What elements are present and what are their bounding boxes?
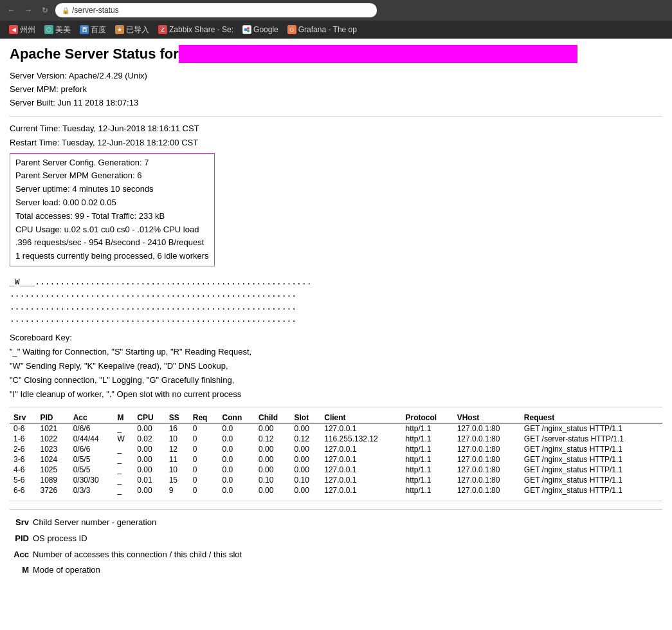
table-cell: 3726: [36, 485, 69, 496]
table-cell: 12: [165, 444, 189, 454]
back-button[interactable]: ←: [5, 4, 18, 17]
reload-button[interactable]: ↻: [39, 4, 51, 17]
table-cell: 0.0: [219, 434, 255, 444]
scoreboard-key-line-3: "I" Idle cleanup of worker, "." Open slo…: [10, 387, 662, 402]
bookmark-label-6: Grafana - The op: [298, 25, 357, 34]
table-cell: GET /nginx_status HTTP/1.1: [520, 454, 662, 465]
table-cell: 127.0.0.1:80: [453, 465, 520, 475]
table-cell: http/1.1: [401, 423, 453, 434]
requests-per-sec: .396 requests/sec - 954 B/second - 2410 …: [15, 236, 209, 250]
table-cell: _: [113, 485, 133, 496]
bookmarks-bar: ◀ 州州 ⬡ 美美 百 百度 ★ 已导入 Z Zabbix Share - Se…: [0, 21, 672, 39]
table-cell: 0.00: [291, 465, 321, 475]
legend-row-m: M Mode of operation: [10, 562, 662, 579]
table-cell: 0.00: [133, 423, 165, 434]
bookmark-0[interactable]: ◀ 州州: [5, 23, 39, 37]
table-cell: GET /nginx_status HTTP/1.1: [520, 465, 662, 475]
table-cell: 0.00: [133, 444, 165, 454]
bookmark-icon-1: ⬡: [44, 25, 53, 34]
table-cell: 0.00: [133, 465, 165, 475]
table-cell: 0.00: [133, 485, 165, 496]
table-cell: 0/5/5: [69, 454, 114, 465]
table-cell: 127.0.0.1:80: [453, 454, 520, 465]
table-cell: 11: [165, 454, 189, 465]
bookmark-icon-3: ★: [115, 25, 124, 34]
bookmark-4[interactable]: Z Zabbix Share - Se:: [154, 24, 237, 35]
table-cell: 15: [165, 475, 189, 485]
legend-row-acc: Acc Number of accesses this connection /…: [10, 547, 662, 563]
browser-chrome: ← → ↻ 🔒 /server-status ◀ 州州 ⬡ 美美 百 百度 ★ …: [0, 0, 672, 39]
table-cell: 1023: [36, 444, 69, 454]
bookmark-label-1: 美美: [55, 24, 71, 35]
parent-mpm-gen: Parent Server MPM Generation: 6: [15, 169, 209, 183]
table-cell: 127.0.0.1: [320, 475, 401, 485]
server-load: Server load: 0.00 0.02 0.05: [15, 196, 209, 210]
table-cell: 0/30/30: [69, 475, 114, 485]
server-uptime: Server uptime: 4 minutes 10 seconds: [15, 183, 209, 196]
table-cell: 0/44/44: [69, 434, 114, 444]
table-cell: 16: [165, 423, 189, 434]
worker-table: Srv PID Acc M CPU SS Req Conn Child Slot…: [10, 412, 662, 496]
scoreboard-section: _W___...................................…: [10, 275, 662, 326]
hostname-bar: [179, 45, 577, 63]
bookmark-label-4: Zabbix Share - Se:: [169, 25, 233, 34]
legend-row-srv: Srv Child Server number - generation: [10, 515, 662, 531]
server-mpm: Server MPM: prefork: [10, 83, 662, 97]
table-cell: 0: [189, 485, 219, 496]
table-cell: 0: [189, 454, 219, 465]
legend-key-m: M: [10, 562, 29, 579]
table-cell: GET /nginx_status HTTP/1.1: [520, 423, 662, 434]
lock-icon: 🔒: [62, 7, 69, 14]
table-cell: 127.0.0.1:80: [453, 485, 520, 496]
table-cell: 0.02: [133, 434, 165, 444]
table-cell: 127.0.0.1:80: [453, 423, 520, 434]
table-cell: 1025: [36, 465, 69, 475]
table-cell: 0.00: [291, 454, 321, 465]
bookmark-5[interactable]: Google: [239, 24, 282, 35]
table-cell: 0.0: [219, 465, 255, 475]
table-row: 2-610230/6/6_0.001200.00.000.00127.0.0.1…: [10, 444, 662, 454]
table-cell: 0: [189, 444, 219, 454]
table-cell: 10: [165, 465, 189, 475]
table-cell: GET /server-status HTTP/1.1: [520, 434, 662, 444]
table-cell: 0.0: [219, 485, 255, 496]
total-accesses: Total accesses: 99 - Total Traffic: 233 …: [15, 210, 209, 223]
col-vhost: VHost: [453, 412, 520, 423]
table-cell: GET /nginx_status HTTP/1.1: [520, 475, 662, 485]
scoreboard-key-line-0: "_" Waiting for Connection, "S" Starting…: [10, 345, 662, 359]
bookmark-label-5: Google: [253, 25, 278, 34]
server-built: Server Built: Jun 11 2018 18:07:13: [10, 97, 662, 110]
table-cell: 0-6: [10, 423, 36, 434]
bookmark-label-2: 百度: [91, 24, 106, 35]
col-req: Req: [189, 412, 219, 423]
forward-button[interactable]: →: [22, 4, 35, 17]
legend-key-srv: Srv: [10, 515, 29, 531]
server-info: Server Version: Apache/2.4.29 (Unix) Ser…: [10, 69, 662, 109]
table-cell: 9: [165, 485, 189, 496]
bookmark-3[interactable]: ★ 已导入: [111, 23, 153, 37]
table-cell: 0.12: [255, 434, 291, 444]
stats-section: Current Time: Tuesday, 12-Jun-2018 18:16…: [10, 122, 662, 269]
bookmark-1[interactable]: ⬡ 美美: [41, 23, 75, 37]
legend-row-pid: PID OS process ID: [10, 531, 662, 547]
table-cell: http/1.1: [401, 475, 453, 485]
table-cell: _: [113, 423, 133, 434]
table-cell: http/1.1: [401, 434, 453, 444]
table-row: 0-610210/6/6_0.001600.00.000.00127.0.0.1…: [10, 423, 662, 434]
scoreboard-key-title: Scoreboard Key:: [10, 331, 662, 345]
address-bar[interactable]: 🔒 /server-status: [55, 3, 377, 17]
table-cell: http/1.1: [401, 444, 453, 454]
bookmark-2[interactable]: 百 百度: [76, 23, 110, 37]
table-cell: 0.0: [219, 423, 255, 434]
bookmark-6[interactable]: G Grafana - The op: [284, 24, 361, 35]
bookmark-icon-4: Z: [158, 25, 167, 34]
divider-2: [10, 407, 662, 407]
table-cell: GET /nginx_status HTTP/1.1: [520, 485, 662, 496]
table-row: 4-610250/5/5_0.001000.00.000.00127.0.0.1…: [10, 465, 662, 475]
table-cell: 4-6: [10, 465, 36, 475]
table-cell: 0.10: [255, 475, 291, 485]
divider-1: [10, 116, 662, 116]
table-row: 6-637260/3/3_0.00900.00.000.00127.0.0.1h…: [10, 485, 662, 496]
col-child: Child: [255, 412, 291, 423]
table-cell: 2-6: [10, 444, 36, 454]
